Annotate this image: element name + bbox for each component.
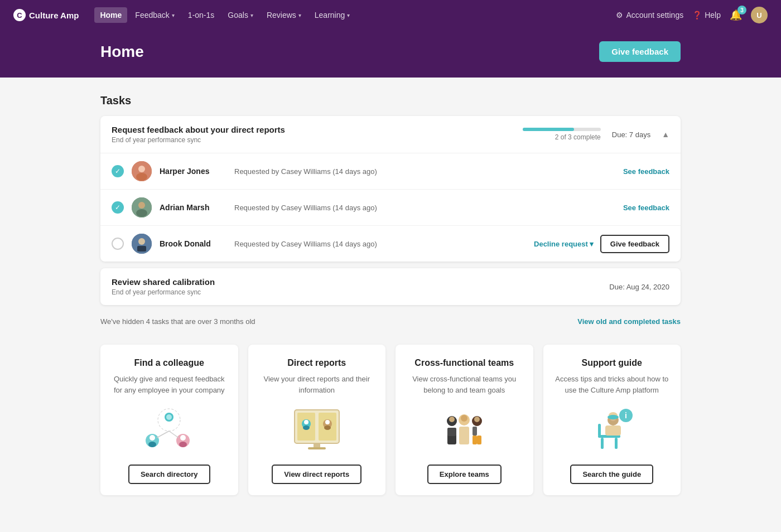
chevron-down-icon: ▾ (172, 12, 175, 18)
svg-point-17 (179, 442, 187, 447)
decline-request-link[interactable]: Decline request ▾ (534, 240, 594, 248)
logo-icon: C (13, 9, 26, 21)
person-avatar-1 (132, 161, 152, 181)
give-feedback-row-button[interactable]: Give feedback (600, 235, 669, 253)
check-incomplete-icon (112, 238, 124, 250)
svg-rect-45 (615, 438, 618, 449)
progress-bar-background (523, 128, 601, 131)
card-desc: Access tips and tricks about how to use … (555, 374, 670, 395)
see-feedback-link[interactable]: See feedback (623, 167, 669, 176)
page-header: Home Give feedback (0, 30, 781, 78)
person-name: Harper Jones (160, 167, 226, 176)
notification-badge: 3 (737, 6, 746, 14)
give-feedback-button[interactable]: Give feedback (599, 41, 681, 62)
task-progress: 2 of 3 complete (523, 128, 601, 141)
progress-label: 2 of 3 complete (523, 133, 601, 141)
nav-item-1on1s[interactable]: 1-on-1s (182, 7, 220, 23)
svg-rect-8 (137, 246, 146, 252)
card-title: Direct reports (287, 358, 346, 368)
svg-rect-42 (477, 436, 481, 444)
explore-teams-button[interactable]: Explore teams (427, 465, 502, 484)
search-directory-button[interactable]: Search directory (128, 465, 210, 484)
task-collapse-icon[interactable]: ▲ (662, 130, 669, 139)
calibration-due-date: Due: Aug 24, 2020 (609, 283, 669, 291)
help-link[interactable]: ❓ Help (692, 11, 721, 20)
table-row: ✓ Adrian Marsh Requested by Casey Willia… (100, 190, 681, 226)
svg-rect-34 (447, 428, 456, 436)
avatar (132, 161, 152, 181)
svg-point-39 (474, 417, 480, 422)
svg-rect-51 (605, 425, 621, 436)
svg-point-1 (138, 166, 145, 172)
task-card-feedback-request: Request feedback about your direct repor… (100, 116, 681, 262)
navbar: C Culture Amp Home Feedback ▾ 1-on-1s Go… (0, 0, 781, 30)
logo[interactable]: C Culture Amp (13, 9, 79, 21)
table-row: Brook Donald Requested by Casey Williams… (100, 226, 681, 262)
calibration-title: Review shared calibration (112, 277, 215, 287)
hidden-tasks-row: We've hidden 4 tasks that are over 3 mon… (100, 312, 681, 339)
svg-rect-40 (473, 427, 477, 436)
person-name: Brook Donald (160, 239, 226, 248)
card-desc: View your direct reports and their infor… (259, 374, 375, 395)
nav-right: ⚙ Account settings ❓ Help 🔔 3 U (616, 7, 768, 23)
chevron-down-icon: ▾ (298, 12, 301, 18)
support-guide-card: Support guide Access tips and tricks abo… (543, 345, 681, 495)
svg-rect-46 (598, 424, 601, 436)
nav-item-home[interactable]: Home (94, 7, 127, 23)
nav-item-learning[interactable]: Learning ▾ (309, 7, 356, 23)
support-guide-illustration: i (584, 404, 640, 454)
task-row-actions: See feedback (623, 204, 669, 212)
view-old-tasks-link[interactable]: View old and completed tasks (577, 317, 681, 326)
notifications-button[interactable]: 🔔 3 (730, 9, 742, 21)
gear-icon: ⚙ (616, 11, 623, 20)
svg-rect-37 (459, 427, 469, 444)
svg-rect-44 (601, 438, 604, 449)
table-row: ✓ Harper Jones Requested by Casey Willia… (100, 153, 681, 190)
svg-point-7 (138, 238, 145, 245)
nav-item-feedback[interactable]: Feedback ▾ (129, 7, 180, 23)
svg-point-32 (449, 417, 455, 422)
progress-bar-fill (523, 128, 574, 131)
nav-item-reviews[interactable]: Reviews ▾ (261, 7, 307, 23)
page-title: Home (100, 43, 144, 61)
task-header[interactable]: Request feedback about your direct repor… (100, 116, 681, 153)
tasks-title: Tasks (100, 94, 681, 107)
search-guide-button[interactable]: Search the guide (570, 465, 653, 484)
svg-point-5 (136, 209, 147, 217)
task-rows: ✓ Harper Jones Requested by Casey Willia… (100, 153, 681, 262)
svg-point-24 (304, 420, 308, 424)
user-avatar[interactable]: U (751, 7, 768, 23)
svg-point-25 (303, 425, 310, 430)
person-request-desc: Requested by Casey Williams (14 days ago… (234, 240, 526, 248)
direct-reports-illustration (289, 404, 345, 454)
logo-text: Culture Amp (29, 11, 79, 20)
card-title: Cross-functional teams (414, 358, 514, 368)
svg-point-13 (150, 435, 155, 441)
avatar (132, 197, 152, 217)
card-desc: View cross-functional teams you belong t… (407, 374, 522, 395)
task-row-actions: Decline request ▾ Give feedback (534, 235, 669, 253)
svg-rect-41 (473, 436, 477, 444)
svg-point-27 (325, 420, 330, 424)
task-row-actions: See feedback (623, 167, 669, 176)
person-avatar-3 (132, 234, 152, 254)
nav-item-goals[interactable]: Goals ▾ (222, 7, 259, 23)
svg-rect-30 (308, 447, 326, 449)
see-feedback-link[interactable]: See feedback (623, 204, 669, 212)
svg-line-18 (157, 431, 169, 438)
svg-point-14 (148, 442, 156, 447)
avatar (132, 234, 152, 254)
card-desc: Quickly give and request feedback for an… (112, 374, 227, 395)
svg-point-11 (166, 414, 172, 420)
calibration-subtitle: End of year performance sync (112, 288, 215, 296)
help-icon: ❓ (692, 11, 702, 20)
person-name: Adrian Marsh (160, 203, 226, 212)
tasks-section: Tasks Request feedback about your direct… (100, 94, 681, 339)
task-title: Request feedback about your direct repor… (112, 125, 285, 134)
person-request-desc: Requested by Casey Williams (14 days ago… (234, 204, 615, 212)
view-direct-reports-button[interactable]: View direct reports (272, 465, 361, 484)
card-title: Support guide (582, 358, 642, 368)
account-settings-link[interactable]: ⚙ Account settings (616, 11, 683, 20)
svg-text:i: i (625, 411, 627, 420)
svg-point-4 (138, 202, 145, 209)
